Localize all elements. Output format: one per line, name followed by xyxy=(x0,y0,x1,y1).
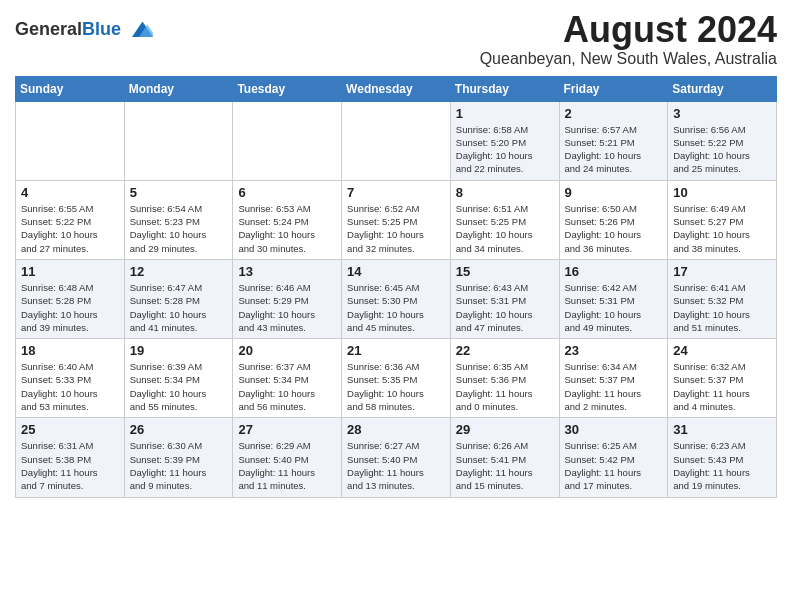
day-number: 2 xyxy=(565,106,663,121)
day-info: Sunrise: 6:27 AM Sunset: 5:40 PM Dayligh… xyxy=(347,439,445,492)
day-info: Sunrise: 6:49 AM Sunset: 5:27 PM Dayligh… xyxy=(673,202,771,255)
day-info: Sunrise: 6:43 AM Sunset: 5:31 PM Dayligh… xyxy=(456,281,554,334)
calendar-day-cell: 3Sunrise: 6:56 AM Sunset: 5:22 PM Daylig… xyxy=(668,101,777,180)
page-header: GeneralBlue August 2024 Queanbeyan, New … xyxy=(15,10,777,68)
day-number: 15 xyxy=(456,264,554,279)
calendar-week-row: 1Sunrise: 6:58 AM Sunset: 5:20 PM Daylig… xyxy=(16,101,777,180)
day-number: 17 xyxy=(673,264,771,279)
logo: GeneralBlue xyxy=(15,16,153,44)
calendar-day-cell: 15Sunrise: 6:43 AM Sunset: 5:31 PM Dayli… xyxy=(450,259,559,338)
day-info: Sunrise: 6:50 AM Sunset: 5:26 PM Dayligh… xyxy=(565,202,663,255)
day-info: Sunrise: 6:34 AM Sunset: 5:37 PM Dayligh… xyxy=(565,360,663,413)
calendar-day-cell xyxy=(233,101,342,180)
day-number: 16 xyxy=(565,264,663,279)
day-number: 30 xyxy=(565,422,663,437)
calendar-day-cell: 30Sunrise: 6:25 AM Sunset: 5:42 PM Dayli… xyxy=(559,418,668,497)
day-info: Sunrise: 6:55 AM Sunset: 5:22 PM Dayligh… xyxy=(21,202,119,255)
calendar-day-cell: 17Sunrise: 6:41 AM Sunset: 5:32 PM Dayli… xyxy=(668,259,777,338)
calendar-day-cell: 26Sunrise: 6:30 AM Sunset: 5:39 PM Dayli… xyxy=(124,418,233,497)
day-number: 4 xyxy=(21,185,119,200)
day-number: 22 xyxy=(456,343,554,358)
day-info: Sunrise: 6:36 AM Sunset: 5:35 PM Dayligh… xyxy=(347,360,445,413)
day-number: 10 xyxy=(673,185,771,200)
calendar-day-cell: 8Sunrise: 6:51 AM Sunset: 5:25 PM Daylig… xyxy=(450,180,559,259)
calendar-week-row: 25Sunrise: 6:31 AM Sunset: 5:38 PM Dayli… xyxy=(16,418,777,497)
calendar-day-cell: 22Sunrise: 6:35 AM Sunset: 5:36 PM Dayli… xyxy=(450,339,559,418)
calendar-day-cell: 14Sunrise: 6:45 AM Sunset: 5:30 PM Dayli… xyxy=(342,259,451,338)
logo-icon xyxy=(125,16,153,44)
calendar-week-row: 4Sunrise: 6:55 AM Sunset: 5:22 PM Daylig… xyxy=(16,180,777,259)
day-number: 24 xyxy=(673,343,771,358)
day-number: 9 xyxy=(565,185,663,200)
header-thursday: Thursday xyxy=(450,76,559,101)
day-number: 27 xyxy=(238,422,336,437)
day-info: Sunrise: 6:30 AM Sunset: 5:39 PM Dayligh… xyxy=(130,439,228,492)
calendar-day-cell: 12Sunrise: 6:47 AM Sunset: 5:28 PM Dayli… xyxy=(124,259,233,338)
month-year-title: August 2024 xyxy=(480,10,777,50)
header-sunday: Sunday xyxy=(16,76,125,101)
calendar-day-cell xyxy=(342,101,451,180)
day-info: Sunrise: 6:31 AM Sunset: 5:38 PM Dayligh… xyxy=(21,439,119,492)
day-info: Sunrise: 6:37 AM Sunset: 5:34 PM Dayligh… xyxy=(238,360,336,413)
day-info: Sunrise: 6:23 AM Sunset: 5:43 PM Dayligh… xyxy=(673,439,771,492)
location-subtitle: Queanbeyan, New South Wales, Australia xyxy=(480,50,777,68)
day-number: 25 xyxy=(21,422,119,437)
calendar-day-cell: 31Sunrise: 6:23 AM Sunset: 5:43 PM Dayli… xyxy=(668,418,777,497)
calendar-day-cell xyxy=(16,101,125,180)
calendar-day-cell: 16Sunrise: 6:42 AM Sunset: 5:31 PM Dayli… xyxy=(559,259,668,338)
day-number: 29 xyxy=(456,422,554,437)
day-number: 26 xyxy=(130,422,228,437)
calendar-day-cell: 19Sunrise: 6:39 AM Sunset: 5:34 PM Dayli… xyxy=(124,339,233,418)
day-number: 28 xyxy=(347,422,445,437)
day-number: 5 xyxy=(130,185,228,200)
day-info: Sunrise: 6:51 AM Sunset: 5:25 PM Dayligh… xyxy=(456,202,554,255)
calendar-table: SundayMondayTuesdayWednesdayThursdayFrid… xyxy=(15,76,777,498)
day-info: Sunrise: 6:41 AM Sunset: 5:32 PM Dayligh… xyxy=(673,281,771,334)
day-info: Sunrise: 6:35 AM Sunset: 5:36 PM Dayligh… xyxy=(456,360,554,413)
day-info: Sunrise: 6:53 AM Sunset: 5:24 PM Dayligh… xyxy=(238,202,336,255)
calendar-day-cell xyxy=(124,101,233,180)
day-info: Sunrise: 6:40 AM Sunset: 5:33 PM Dayligh… xyxy=(21,360,119,413)
day-info: Sunrise: 6:47 AM Sunset: 5:28 PM Dayligh… xyxy=(130,281,228,334)
day-number: 20 xyxy=(238,343,336,358)
day-number: 1 xyxy=(456,106,554,121)
header-friday: Friday xyxy=(559,76,668,101)
day-info: Sunrise: 6:57 AM Sunset: 5:21 PM Dayligh… xyxy=(565,123,663,176)
calendar-day-cell: 9Sunrise: 6:50 AM Sunset: 5:26 PM Daylig… xyxy=(559,180,668,259)
calendar-day-cell: 27Sunrise: 6:29 AM Sunset: 5:40 PM Dayli… xyxy=(233,418,342,497)
header-tuesday: Tuesday xyxy=(233,76,342,101)
day-number: 8 xyxy=(456,185,554,200)
calendar-week-row: 18Sunrise: 6:40 AM Sunset: 5:33 PM Dayli… xyxy=(16,339,777,418)
day-info: Sunrise: 6:32 AM Sunset: 5:37 PM Dayligh… xyxy=(673,360,771,413)
day-number: 14 xyxy=(347,264,445,279)
calendar-day-cell: 29Sunrise: 6:26 AM Sunset: 5:41 PM Dayli… xyxy=(450,418,559,497)
logo-blue-text: Blue xyxy=(82,19,121,39)
calendar-day-cell: 23Sunrise: 6:34 AM Sunset: 5:37 PM Dayli… xyxy=(559,339,668,418)
day-info: Sunrise: 6:56 AM Sunset: 5:22 PM Dayligh… xyxy=(673,123,771,176)
calendar-day-cell: 20Sunrise: 6:37 AM Sunset: 5:34 PM Dayli… xyxy=(233,339,342,418)
day-info: Sunrise: 6:54 AM Sunset: 5:23 PM Dayligh… xyxy=(130,202,228,255)
day-number: 3 xyxy=(673,106,771,121)
calendar-header-row: SundayMondayTuesdayWednesdayThursdayFrid… xyxy=(16,76,777,101)
day-info: Sunrise: 6:25 AM Sunset: 5:42 PM Dayligh… xyxy=(565,439,663,492)
day-number: 11 xyxy=(21,264,119,279)
calendar-day-cell: 13Sunrise: 6:46 AM Sunset: 5:29 PM Dayli… xyxy=(233,259,342,338)
header-wednesday: Wednesday xyxy=(342,76,451,101)
day-info: Sunrise: 6:29 AM Sunset: 5:40 PM Dayligh… xyxy=(238,439,336,492)
day-number: 21 xyxy=(347,343,445,358)
calendar-day-cell: 6Sunrise: 6:53 AM Sunset: 5:24 PM Daylig… xyxy=(233,180,342,259)
day-info: Sunrise: 6:48 AM Sunset: 5:28 PM Dayligh… xyxy=(21,281,119,334)
day-number: 19 xyxy=(130,343,228,358)
calendar-day-cell: 28Sunrise: 6:27 AM Sunset: 5:40 PM Dayli… xyxy=(342,418,451,497)
title-block: August 2024 Queanbeyan, New South Wales,… xyxy=(480,10,777,68)
calendar-day-cell: 18Sunrise: 6:40 AM Sunset: 5:33 PM Dayli… xyxy=(16,339,125,418)
header-monday: Monday xyxy=(124,76,233,101)
calendar-day-cell: 2Sunrise: 6:57 AM Sunset: 5:21 PM Daylig… xyxy=(559,101,668,180)
calendar-day-cell: 21Sunrise: 6:36 AM Sunset: 5:35 PM Dayli… xyxy=(342,339,451,418)
day-info: Sunrise: 6:45 AM Sunset: 5:30 PM Dayligh… xyxy=(347,281,445,334)
header-saturday: Saturday xyxy=(668,76,777,101)
day-info: Sunrise: 6:26 AM Sunset: 5:41 PM Dayligh… xyxy=(456,439,554,492)
calendar-week-row: 11Sunrise: 6:48 AM Sunset: 5:28 PM Dayli… xyxy=(16,259,777,338)
day-number: 23 xyxy=(565,343,663,358)
day-info: Sunrise: 6:46 AM Sunset: 5:29 PM Dayligh… xyxy=(238,281,336,334)
